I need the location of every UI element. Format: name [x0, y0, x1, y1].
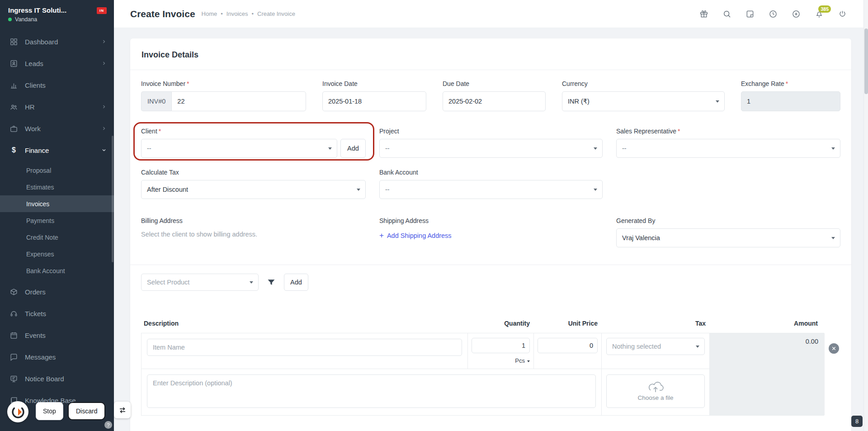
- sidebar-item-label: Finance: [25, 147, 49, 154]
- unit-select[interactable]: Pcs: [472, 357, 530, 364]
- search-icon[interactable]: [722, 9, 732, 19]
- currency-field: Currency INR (₹): [562, 80, 725, 111]
- stop-button[interactable]: Stop: [36, 402, 63, 420]
- chevron-down-icon: [527, 360, 530, 362]
- items-table-header: Description Quantity Unit Price Tax Amou…: [141, 315, 824, 333]
- calculate-tax-label: Calculate Tax: [141, 169, 366, 176]
- sidebar-item-hr[interactable]: HR: [0, 96, 114, 118]
- col-tax: Tax: [601, 315, 709, 333]
- sidebar-item-label: Leads: [25, 60, 43, 67]
- exchange-rate-input: [741, 91, 840, 111]
- product-select[interactable]: Select Product: [141, 274, 259, 291]
- bank-account-field: Bank Account --: [379, 169, 603, 199]
- invoice-number-input[interactable]: [171, 91, 306, 111]
- sidebar-item-orders[interactable]: Orders: [0, 281, 114, 303]
- client-label: Client: [141, 128, 157, 135]
- chevron-right-icon: [101, 61, 107, 66]
- item-description-textarea[interactable]: [147, 374, 596, 408]
- notifications-bell-icon[interactable]: 385: [814, 9, 824, 19]
- sidebar-item-leads[interactable]: Leads: [0, 52, 114, 74]
- sidebar-item-estimates[interactable]: Estimates: [0, 179, 114, 195]
- amount-cell: 0.00: [710, 333, 825, 415]
- sidebar-item-clients[interactable]: Clients: [0, 74, 114, 96]
- content-area: Invoice Details Invoice Number* INV#0: [114, 28, 868, 431]
- leads-icon: [9, 59, 18, 68]
- sidebar-item-work[interactable]: Work: [0, 118, 114, 139]
- calculate-tax-select[interactable]: After Discount: [141, 180, 366, 199]
- plus-circle-icon[interactable]: [791, 9, 801, 19]
- invoice-number-label: Invoice Number: [141, 80, 185, 87]
- shipping-address-field: Shipping Address + Add Shipping Address: [379, 217, 603, 247]
- sidebar-item-credit-note[interactable]: Credit Note: [0, 229, 114, 246]
- sidebar-item-tickets[interactable]: Tickets: [0, 303, 114, 324]
- orders-icon: [9, 288, 18, 296]
- add-product-button[interactable]: Add: [284, 274, 308, 291]
- discard-button[interactable]: Discard: [68, 402, 105, 420]
- add-shipping-address-link[interactable]: + Add Shipping Address: [379, 232, 603, 239]
- company-name: Ingress IT Soluti...: [8, 6, 66, 14]
- required-marker: *: [786, 80, 788, 87]
- gift-icon[interactable]: [699, 9, 709, 19]
- filter-funnel-icon[interactable]: [264, 275, 278, 289]
- sidebar-item-label: Events: [25, 332, 46, 339]
- online-status-dot: [8, 18, 12, 21]
- sidebar-item-expenses[interactable]: Expenses: [0, 246, 114, 262]
- item-name-input[interactable]: [147, 339, 462, 356]
- sales-representative-select[interactable]: --: [616, 139, 840, 158]
- hr-icon: [9, 103, 18, 111]
- company-logo: IN: [97, 7, 107, 14]
- dashboard-icon: [9, 38, 18, 46]
- delete-row-icon[interactable]: [829, 343, 839, 354]
- invoice-number-field: Invoice Number* INV#0: [141, 80, 306, 111]
- project-select[interactable]: --: [379, 139, 603, 158]
- project-label: Project: [379, 128, 603, 135]
- sidebar-item-payments[interactable]: Payments: [0, 212, 114, 229]
- swap-arrows-button[interactable]: [114, 402, 131, 418]
- sidebar-item-events[interactable]: Events: [0, 324, 114, 346]
- sidebar-item-notice-board[interactable]: Notice Board: [0, 368, 114, 389]
- due-date-field: Due Date: [443, 80, 546, 111]
- page-scrollbar-thumb[interactable]: [864, 28, 868, 94]
- sidebar-item-bank-account[interactable]: Bank Account: [0, 262, 114, 279]
- quantity-input[interactable]: [472, 338, 530, 353]
- generated-by-field: Generated By Vraj Valencia: [616, 217, 840, 247]
- page-number-badge: 8: [851, 416, 863, 427]
- breadcrumb-home[interactable]: Home: [202, 10, 217, 17]
- bank-account-label: Bank Account: [379, 169, 603, 176]
- note-icon[interactable]: [745, 9, 755, 19]
- sidebar-item-invoices[interactable]: Invoices: [0, 195, 114, 212]
- client-select[interactable]: --: [141, 139, 337, 158]
- add-client-button[interactable]: Add: [340, 139, 366, 158]
- col-quantity: Quantity: [467, 315, 533, 333]
- sidebar-item-finance[interactable]: $ Finance: [0, 139, 114, 161]
- sidebar-item-dashboard[interactable]: Dashboard: [0, 31, 114, 52]
- tax-select[interactable]: Nothing selected: [606, 338, 705, 355]
- file-upload-box[interactable]: Choose a file: [606, 374, 705, 408]
- col-description: Description: [141, 315, 467, 333]
- company-header[interactable]: Ingress IT Soluti... Vandana IN: [0, 0, 114, 27]
- breadcrumb: Home • Invoices • Create Invoice: [202, 10, 295, 17]
- breadcrumb-invoices[interactable]: Invoices: [226, 10, 248, 17]
- power-icon[interactable]: [837, 9, 847, 19]
- due-date-label: Due Date: [443, 80, 546, 87]
- billing-address-label: Billing Address: [141, 217, 366, 224]
- recorder-logo[interactable]: [7, 401, 28, 422]
- page-title: Create Invoice: [130, 9, 195, 19]
- due-date-input[interactable]: [443, 91, 546, 111]
- sidebar-item-proposal[interactable]: Proposal: [0, 162, 114, 179]
- clock-icon[interactable]: [768, 9, 778, 19]
- help-icon[interactable]: ?: [104, 421, 112, 429]
- generated-by-select[interactable]: Vraj Valencia: [616, 228, 840, 247]
- page-scrollbar[interactable]: [863, 0, 868, 431]
- invoice-date-input[interactable]: [322, 91, 426, 111]
- top-header: Create Invoice Home • Invoices • Create …: [114, 0, 868, 28]
- cloud-upload-icon: [647, 381, 664, 393]
- currency-select[interactable]: INR (₹): [562, 91, 725, 111]
- invoice-date-field: Invoice Date: [322, 80, 426, 111]
- sidebar-item-label: Clients: [25, 81, 46, 89]
- required-marker: *: [678, 128, 680, 135]
- sidebar-item-messages[interactable]: Messages: [0, 346, 114, 368]
- unit-price-input[interactable]: [538, 338, 598, 353]
- bank-account-select[interactable]: --: [379, 180, 603, 199]
- sidebar-scrollbar[interactable]: [112, 136, 113, 262]
